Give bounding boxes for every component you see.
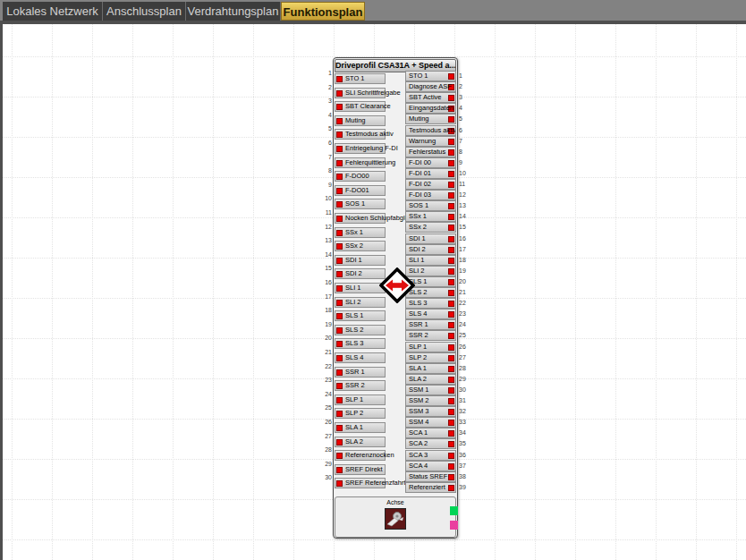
pin-connection-marker-icon[interactable]: [448, 311, 454, 318]
output-pin[interactable]: F-DI 00: [405, 157, 456, 168]
pin-connection-marker-icon[interactable]: [336, 327, 343, 334]
input-pin[interactable]: STO 1: [335, 73, 386, 84]
output-pin[interactable]: SSM 3: [405, 406, 456, 417]
pin-connection-marker-icon[interactable]: [336, 104, 343, 110]
pin-connection-marker-icon[interactable]: [448, 474, 454, 480]
output-pin[interactable]: SLS 4: [405, 309, 456, 319]
output-pin[interactable]: SLI 1: [405, 255, 456, 266]
output-pin[interactable]: SSM 2: [405, 395, 456, 406]
pin-connection-marker-icon[interactable]: [448, 279, 454, 285]
output-pin[interactable]: SSx 2: [405, 222, 456, 233]
pin-connection-marker-icon[interactable]: [448, 182, 454, 188]
input-pin[interactable]: SLI 2: [335, 297, 386, 308]
pin-connection-marker-icon[interactable]: [448, 366, 454, 372]
output-pin[interactable]: SBT Active: [405, 92, 456, 103]
input-pin[interactable]: Entriegelung F-DI: [335, 143, 386, 154]
pin-connection-marker-icon[interactable]: [448, 420, 454, 426]
output-pin[interactable]: SLP 2: [405, 352, 456, 363]
pin-connection-marker-icon[interactable]: [448, 203, 454, 209]
axis-port-magenta[interactable]: [450, 521, 458, 530]
output-pin[interactable]: SLA 1: [405, 363, 456, 374]
tab-funktionsplan[interactable]: Funktionsplan: [281, 2, 365, 21]
input-pin[interactable]: SLI Schrittfreigabe: [335, 88, 386, 98]
input-pin[interactable]: SSx 2: [335, 241, 386, 251]
pin-connection-marker-icon[interactable]: [448, 355, 454, 361]
pin-connection-marker-icon[interactable]: [448, 463, 454, 470]
input-pin[interactable]: SSR 2: [335, 380, 386, 391]
input-pin[interactable]: F-DO00: [335, 171, 386, 182]
axis-motor-icon[interactable]: [385, 508, 406, 530]
output-pin[interactable]: F-DI 02: [405, 179, 456, 190]
input-pin[interactable]: SOS 1: [335, 199, 386, 209]
pin-connection-marker-icon[interactable]: [448, 430, 454, 437]
output-pin[interactable]: SLP 1: [405, 342, 456, 352]
input-pin[interactable]: SLS 2: [335, 325, 386, 335]
pin-connection-marker-icon[interactable]: [448, 333, 454, 339]
input-pin[interactable]: SREF Referenzfahrt: [335, 478, 386, 488]
input-pin[interactable]: Nocken Schlupfabgleich: [335, 213, 386, 224]
tab-anschlussplan[interactable]: Anschlussplan: [103, 2, 186, 21]
pin-connection-marker-icon[interactable]: [448, 344, 454, 351]
tab-verdrahtungsplan[interactable]: Verdrahtungsplan: [186, 2, 281, 21]
pin-connection-marker-icon[interactable]: [336, 369, 343, 376]
pin-connection-marker-icon[interactable]: [336, 216, 343, 222]
output-pin[interactable]: Warnung: [405, 136, 456, 147]
input-pin[interactable]: SLP 2: [335, 408, 386, 419]
output-pin[interactable]: SSx 1: [405, 211, 456, 222]
input-pin[interactable]: SDI 1: [335, 255, 386, 266]
pin-connection-marker-icon[interactable]: [448, 301, 454, 307]
pin-connection-marker-icon[interactable]: [336, 439, 343, 445]
pin-connection-marker-icon[interactable]: [448, 73, 454, 80]
output-pin[interactable]: SDI 2: [405, 244, 456, 255]
input-pin[interactable]: SLA 2: [335, 437, 386, 447]
output-pin[interactable]: Fehlerstatus: [405, 147, 456, 157]
output-pin[interactable]: SLA 2: [405, 374, 456, 385]
pin-connection-marker-icon[interactable]: [448, 214, 454, 220]
pin-connection-marker-icon[interactable]: [448, 268, 454, 275]
pin-connection-marker-icon[interactable]: [336, 480, 343, 487]
output-pin[interactable]: F-DI 01: [405, 168, 456, 179]
pin-connection-marker-icon[interactable]: [336, 411, 343, 417]
pin-connection-marker-icon[interactable]: [448, 387, 454, 394]
pin-connection-marker-icon[interactable]: [448, 377, 454, 383]
pin-connection-marker-icon[interactable]: [448, 192, 454, 199]
pin-connection-marker-icon[interactable]: [336, 341, 343, 347]
pin-connection-marker-icon[interactable]: [336, 425, 343, 431]
input-pin[interactable]: SLS 3: [335, 338, 386, 349]
pin-connection-marker-icon[interactable]: [336, 188, 343, 194]
input-pin[interactable]: Testmodus aktiv: [335, 129, 386, 140]
input-pin[interactable]: F-DO01: [335, 185, 386, 196]
input-pin[interactable]: SSx 1: [335, 227, 386, 238]
input-pin[interactable]: SSR 1: [335, 367, 386, 378]
pin-connection-marker-icon[interactable]: [448, 149, 454, 156]
input-pin[interactable]: SLS 4: [335, 352, 386, 363]
input-pin[interactable]: SBT Clearance: [335, 101, 386, 112]
tab-lokales-netzwerk[interactable]: Lokales Netzwerk: [3, 2, 103, 21]
output-pin[interactable]: SOS 1: [405, 200, 456, 211]
input-pin[interactable]: Muting: [335, 115, 386, 126]
output-pin[interactable]: Eingangsdaten gültig: [405, 103, 456, 114]
output-pin[interactable]: STO 1: [405, 71, 456, 81]
input-pin[interactable]: SDI 2: [335, 268, 386, 279]
output-pin[interactable]: SSR 2: [405, 330, 456, 341]
pin-connection-marker-icon[interactable]: [336, 453, 343, 459]
pin-connection-marker-icon[interactable]: [336, 146, 343, 152]
pin-connection-marker-icon[interactable]: [336, 258, 343, 264]
input-pin[interactable]: SREF Direkt: [335, 464, 386, 475]
output-pin[interactable]: F-DI 03: [405, 190, 456, 200]
pin-connection-marker-icon[interactable]: [336, 355, 343, 361]
input-pin[interactable]: SLP 1: [335, 395, 386, 405]
pin-connection-marker-icon[interactable]: [448, 247, 454, 253]
pin-connection-marker-icon[interactable]: [336, 132, 343, 138]
pin-connection-marker-icon[interactable]: [336, 397, 343, 403]
output-pin[interactable]: SCA 1: [405, 428, 456, 438]
output-pin[interactable]: Testmodus aktiv: [405, 125, 456, 136]
output-pin[interactable]: SCA 4: [405, 461, 456, 471]
pin-connection-marker-icon[interactable]: [336, 383, 343, 389]
input-pin[interactable]: SLI 1: [335, 283, 386, 293]
pin-connection-marker-icon[interactable]: [448, 322, 454, 328]
pin-connection-marker-icon[interactable]: [336, 230, 343, 236]
pin-connection-marker-icon[interactable]: [336, 174, 343, 180]
input-pin[interactable]: SLA 1: [335, 422, 386, 433]
output-pin[interactable]: SDI 1: [405, 233, 456, 244]
